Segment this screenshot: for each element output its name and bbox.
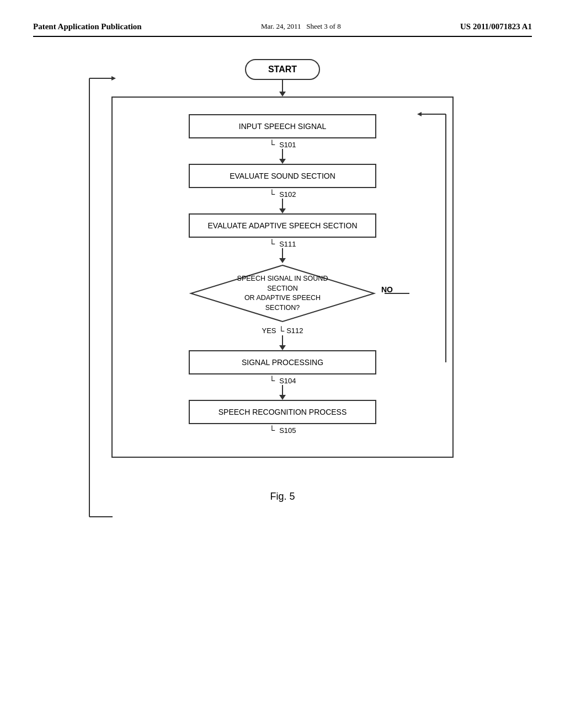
s102-label-block: └ S102 [178, 189, 387, 199]
yes-step-block: YES └ S112 [262, 326, 303, 335]
outer-box: INPUT SPEECH SIGNAL └ S101 EVALUATE SOUN… [111, 97, 454, 458]
figure-caption: Fig. 5 [33, 491, 532, 502]
s112-step: S112 [286, 326, 303, 335]
s105-corner: └ [269, 425, 275, 435]
page-header: Patent Application Publication Mar. 24, … [33, 22, 532, 37]
s112-corner: └ [279, 326, 285, 335]
yes-label: YES [262, 326, 276, 335]
loop-back-svg [111, 98, 139, 180]
s101-label-block: └ S101 [178, 140, 387, 149]
arrow-s101-s102 [279, 149, 286, 164]
page: Patent Application Publication Mar. 24, … [0, 0, 565, 728]
start-node: START [245, 59, 320, 80]
diamond-wrapper: SPEECH SIGNAL IN SOUND SECTION OR ADAPTI… [178, 263, 387, 324]
s104-step: S104 [279, 377, 296, 385]
evaluate-sound-section-node: EVALUATE SOUND SECTION [189, 164, 376, 188]
evaluate-adaptive-speech-node: EVALUATE ADAPTIVE SPEECH SECTION [189, 213, 376, 238]
no-arrow-horizontal [385, 291, 412, 292]
svg-marker-8 [111, 76, 116, 81]
arrow-s102-s111 [279, 199, 286, 213]
speech-recognition-node: SPEECH RECOGNITION PROCESS [189, 400, 376, 424]
s105-label-block: └ S105 [178, 425, 387, 435]
arrow-s111-s112 [279, 248, 286, 263]
signal-processing-node: SIGNAL PROCESSING [189, 350, 376, 374]
s111-corner: └ [269, 239, 275, 248]
pub-sheet: Sheet 3 of 8 [306, 22, 340, 30]
no-path-svg [420, 98, 454, 457]
arrow-s104-s105 [279, 385, 286, 400]
no-label: NO [381, 285, 393, 294]
publication-label: Patent Application Publication [33, 22, 142, 31]
publication-date-sheet: Mar. 24, 2011 Sheet 3 of 8 [261, 22, 341, 31]
s102-corner: └ [269, 189, 275, 199]
decision-text: SPEECH SIGNAL IN SOUND SECTION OR ADAPTI… [227, 274, 338, 313]
pub-date: Mar. 24, 2011 [261, 22, 301, 30]
s101-corner: └ [269, 140, 275, 149]
s111-step: S111 [279, 240, 296, 248]
svg-marker-4 [417, 112, 422, 116]
s101-step: S101 [279, 141, 296, 149]
s105-step: S105 [279, 426, 296, 435]
s104-label-block: └ S104 [178, 376, 387, 385]
s104-corner: └ [269, 376, 275, 385]
publication-number: US 2011/0071823 A1 [460, 22, 532, 31]
arrow-start-to-box [279, 80, 286, 97]
arrow-s112-s104 [279, 335, 286, 350]
s111-label-block: └ S111 [178, 239, 387, 248]
input-speech-signal-node: INPUT SPEECH SIGNAL [189, 114, 376, 138]
flowchart: START INPUT SPEECH SIGNAL └ S101 [33, 59, 532, 458]
s102-step: S102 [279, 190, 296, 199]
decision-node: SPEECH SIGNAL IN SOUND SECTION OR ADAPTI… [189, 263, 376, 324]
